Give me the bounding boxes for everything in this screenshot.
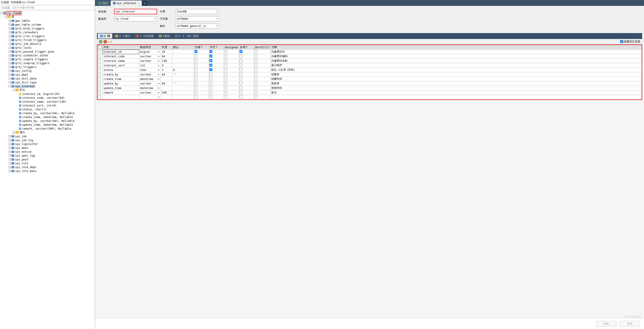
column-node[interactable]: create_time, datetime, Nullable	[22, 116, 73, 119]
unsigned-checkbox[interactable]	[224, 59, 227, 62]
subtab-indexes[interactable]: 2 个索引	[113, 34, 133, 39]
unsigned-checkbox[interactable]	[224, 50, 227, 53]
column-name-input[interactable]	[103, 82, 138, 85]
zerofill-checkbox[interactable]	[254, 59, 257, 62]
subtab-columns[interactable]: 1 列	[98, 34, 112, 39]
table-node[interactable]: sys_oper_log	[15, 154, 35, 157]
dropdown-icon[interactable]: ▼	[157, 69, 160, 71]
table-node[interactable]: sys_dept	[15, 73, 29, 76]
expand-icon[interactable]: +	[8, 135, 11, 138]
column-type-select[interactable]: datetime	[140, 78, 157, 81]
expand-icon[interactable]: +	[8, 154, 11, 157]
table-node[interactable]: gen_table_column	[15, 23, 42, 26]
column-row[interactable]: varchar▼ 128 兴趣爱好名称	[98, 59, 642, 63]
db-node[interactable]: ry-cloud	[6, 11, 22, 15]
column-type-select[interactable]: int	[140, 64, 157, 67]
tables-folder[interactable]: 表	[11, 15, 15, 19]
table-node[interactable]: sys_job_log	[15, 139, 34, 142]
row-checkbox[interactable]	[98, 50, 101, 53]
row-checkbox[interactable]	[98, 82, 101, 85]
table-node[interactable]: sys_post	[15, 158, 29, 161]
table-node[interactable]: qrtz_cron_triggers	[15, 35, 45, 38]
column-row[interactable]: bigint▼ 20 兴趣爱好ID	[98, 50, 642, 54]
table-node[interactable]: sys_role	[15, 162, 29, 165]
expand-icon[interactable]: +	[8, 81, 11, 84]
column-comment-input[interactable]: 备注	[270, 90, 642, 95]
column-length-input[interactable]: 128	[162, 59, 172, 63]
dropdown-icon[interactable]: ▼	[157, 92, 160, 94]
table-name-input[interactable]	[114, 9, 157, 14]
autoinc-checkbox[interactable]	[240, 68, 242, 71]
column-comment-input[interactable]: 状态（0正常 1停用）	[270, 68, 642, 72]
table-node[interactable]: sys_notice	[15, 150, 32, 153]
table-node[interactable]: qrtz_simple_triggers	[15, 58, 48, 61]
column-type-select[interactable]: varchar	[140, 59, 157, 63]
table-node[interactable]: sys_role_dept	[15, 166, 37, 169]
notnull-checkbox[interactable]	[210, 64, 212, 67]
pk-checkbox[interactable]	[194, 95, 198, 98]
column-node[interactable]: interest_sort, int(4)	[22, 104, 57, 107]
subtab-foreignkeys[interactable]: 3 个外部键	[133, 34, 156, 39]
pk-checkbox[interactable]	[194, 91, 198, 94]
column-comment-input[interactable]: 创建时间	[270, 77, 642, 81]
collapse-icon[interactable]: −	[4, 16, 7, 18]
autoinc-checkbox[interactable]	[240, 91, 242, 94]
header-unsigned[interactable]: Unsigned	[224, 45, 239, 50]
table-node[interactable]: qrtz_fired_triggers	[15, 39, 47, 42]
autoinc-checkbox[interactable]	[240, 95, 242, 98]
column-node[interactable]: interest_code, varchar(64)	[22, 96, 65, 100]
expand-icon[interactable]: +	[8, 58, 11, 61]
column-comment-input[interactable]: 更新时间	[270, 86, 642, 90]
pk-checkbox[interactable]	[194, 50, 198, 53]
dropdown-icon[interactable]: ▼	[157, 83, 160, 85]
charset-select[interactable]	[176, 16, 219, 21]
unsigned-checkbox[interactable]	[224, 86, 227, 89]
autoinc-checkbox[interactable]	[240, 73, 242, 76]
column-row[interactable]: varchar▼ 500 备注	[98, 90, 642, 95]
column-length-input[interactable]: 20	[162, 50, 172, 54]
column-type-select[interactable]: char	[140, 69, 157, 72]
row-checkbox[interactable]	[98, 91, 101, 94]
notnull-checkbox[interactable]	[210, 55, 212, 58]
pk-checkbox[interactable]	[194, 55, 198, 58]
column-row[interactable]: varchar▼ 64 '' 更新者	[98, 81, 642, 86]
pk-checkbox[interactable]	[194, 86, 198, 89]
collation-select[interactable]	[176, 24, 219, 29]
collapse-icon[interactable]: −	[13, 89, 15, 91]
expand-icon[interactable]: +	[8, 39, 11, 41]
column-type-select[interactable]: varchar	[140, 73, 157, 76]
engine-select[interactable]	[176, 9, 219, 14]
dropdown-icon[interactable]: ▼	[157, 73, 160, 76]
expand-icon[interactable]: +	[8, 139, 11, 141]
table-node[interactable]: sys_logininfor	[15, 143, 38, 146]
zerofill-checkbox[interactable]	[254, 86, 257, 89]
expand-icon[interactable]: +	[8, 147, 11, 149]
column-row[interactable]: varchar▼ 64 '' 创建者	[98, 72, 642, 77]
header-pk[interactable]: 主键？	[194, 45, 209, 50]
zerofill-checkbox[interactable]	[254, 95, 257, 98]
zerofill-checkbox[interactable]	[254, 73, 257, 76]
column-node[interactable]: interest_name, varchar(128)	[22, 100, 67, 103]
column-name-input[interactable]	[103, 87, 138, 90]
column-type-select[interactable]: varchar	[140, 82, 157, 85]
expand-icon[interactable]: +	[8, 70, 11, 72]
column-name-input[interactable]	[103, 64, 138, 67]
expand-icon[interactable]: +	[8, 143, 11, 145]
column-type-select[interactable]: varchar	[140, 91, 157, 94]
close-icon[interactable]: ×	[138, 2, 140, 5]
table-node[interactable]: sys_dict_type	[15, 81, 37, 84]
header-default[interactable]: 默认	[172, 45, 194, 50]
table-node[interactable]: sys_config	[15, 69, 32, 73]
header-name[interactable]: 列名	[102, 45, 139, 50]
autoinc-checkbox[interactable]	[240, 59, 242, 62]
row-checkbox[interactable]	[98, 73, 101, 76]
autoinc-checkbox[interactable]	[240, 77, 242, 80]
unsigned-checkbox[interactable]	[224, 82, 227, 85]
header-length[interactable]: 长度	[161, 45, 172, 50]
autoinc-checkbox[interactable]	[240, 86, 242, 89]
zerofill-checkbox[interactable]	[254, 68, 257, 71]
unsigned-checkbox[interactable]	[224, 68, 227, 71]
expand-icon[interactable]: +	[8, 62, 11, 64]
dropdown-icon[interactable]: ▼	[157, 60, 160, 62]
table-node[interactable]: qrtz_job_details	[15, 42, 42, 46]
